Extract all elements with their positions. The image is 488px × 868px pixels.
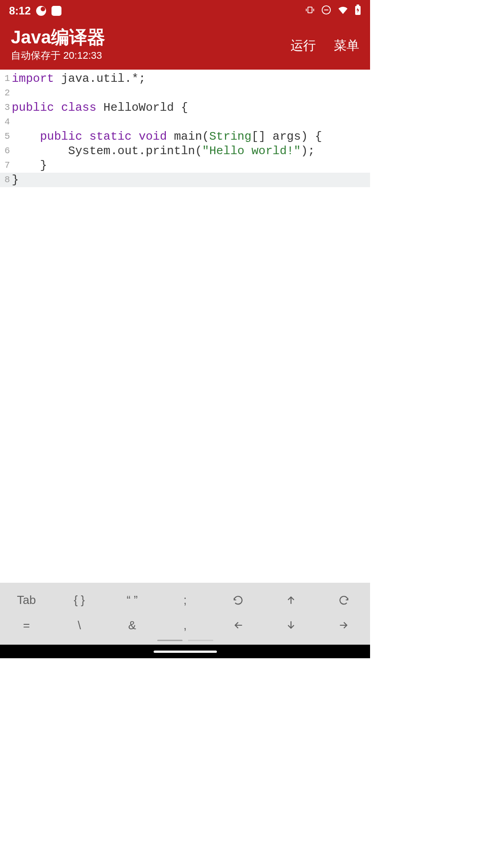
arrow-left-key[interactable] [211,619,264,631]
line-number: 8 [0,173,12,187]
ampersand-key[interactable]: & [106,618,159,632]
arrow-down-key[interactable] [264,619,317,631]
app-bar: Java编译器 自动保存于 20:12:33 运行 菜单 [0,22,370,70]
redo-key[interactable] [317,594,370,606]
dnd-icon [321,5,331,17]
toolbar-page-indicator[interactable] [0,638,370,642]
arrow-up-key[interactable] [264,594,317,606]
page-indicator-active [157,640,183,641]
code-line: 6 System.out.println("Hello world!"); [0,144,370,158]
vibrate-icon [305,5,315,17]
battery-icon [355,5,361,17]
code-line: 2 [0,86,370,100]
navigation-bar [0,645,370,658]
status-notification-icon [36,6,46,16]
code-editor[interactable]: 1 import java.util.*; 2 3 public class H… [0,70,370,583]
status-time: 8:12 [9,5,31,17]
status-app-icon [52,6,61,16]
code-line: 1 import java.util.*; [0,71,370,86]
line-number: 6 [0,144,12,158]
page-indicator-inactive [188,640,213,641]
line-content: public class HelloWorld { [12,100,188,115]
keyboard-toolbar: Tab { } “ ” ; = \ & , [0,583,370,645]
line-number: 1 [0,71,12,86]
braces-key[interactable]: { } [53,593,106,607]
toolbar-row-1: Tab { } “ ” ; [0,587,370,613]
line-content: import java.util.*; [12,71,145,86]
semicolon-key[interactable]: ; [159,593,211,607]
toolbar-row-2: = \ & , [0,613,370,638]
line-content: } [12,158,47,173]
quotes-key[interactable]: “ ” [106,593,159,607]
line-number: 3 [0,100,12,115]
status-right [305,5,361,17]
status-left: 8:12 [9,5,61,17]
arrow-right-key[interactable] [317,619,370,631]
menu-button[interactable]: 菜单 [334,37,359,54]
app-bar-title-group: Java编译器 自动保存于 20:12:33 [11,26,105,62]
app-subtitle: 自动保存于 20:12:33 [11,49,105,62]
app-bar-actions: 运行 菜单 [291,26,359,54]
code-line: 8 } [0,173,370,187]
equals-key[interactable]: = [0,618,53,632]
code-line: 4 [0,115,370,129]
status-bar: 8:12 [0,0,370,22]
line-number: 4 [0,115,12,129]
line-content: } [12,173,19,187]
nav-handle[interactable] [154,651,217,653]
line-number: 2 [0,86,12,100]
tab-key[interactable]: Tab [0,593,53,607]
svg-rect-6 [357,5,359,6]
wifi-icon [338,5,348,17]
line-content: public static void main(String[] args) { [12,129,322,144]
line-number: 5 [0,129,12,144]
backslash-key[interactable]: \ [53,618,106,632]
undo-key[interactable] [211,594,264,606]
code-line: 3 public class HelloWorld { [0,100,370,115]
svg-rect-0 [308,7,312,13]
line-number: 7 [0,158,12,173]
line-content: System.out.println("Hello world!"); [12,144,315,158]
run-button[interactable]: 运行 [291,37,316,54]
code-line: 5 public static void main(String[] args)… [0,129,370,144]
comma-key[interactable]: , [159,618,211,632]
app-title: Java编译器 [11,26,105,48]
code-line: 7 } [0,158,370,173]
